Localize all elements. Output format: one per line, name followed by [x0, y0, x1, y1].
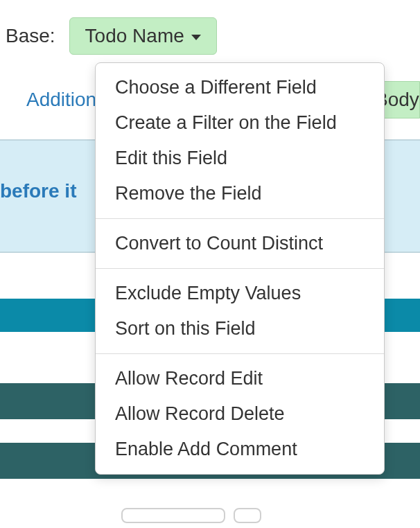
- menu-enable-add-comment[interactable]: Enable Add Comment: [96, 432, 384, 467]
- menu-group-values: Exclude Empty Values Sort on this Field: [96, 268, 384, 353]
- input-stub-2[interactable]: [234, 508, 261, 523]
- base-row: Base: Todo Name: [0, 0, 420, 69]
- field-context-menu: Choose a Different Field Create a Filter…: [95, 62, 385, 475]
- base-field-name: Todo Name: [85, 25, 184, 47]
- menu-group-record: Allow Record Edit Allow Record Delete En…: [96, 353, 384, 474]
- caret-down-icon: [191, 35, 201, 40]
- menu-exclude-empty[interactable]: Exclude Empty Values: [96, 276, 384, 311]
- menu-sort-field[interactable]: Sort on this Field: [96, 311, 384, 346]
- menu-convert-count-distinct[interactable]: Convert to Count Distinct: [96, 226, 384, 261]
- base-field-dropdown[interactable]: Todo Name: [69, 17, 217, 55]
- bottom-controls: [121, 508, 261, 523]
- menu-allow-record-edit[interactable]: Allow Record Edit: [96, 361, 384, 396]
- input-stub-1[interactable]: [121, 508, 225, 523]
- menu-group-convert: Convert to Count Distinct: [96, 218, 384, 268]
- before-it-text[interactable]: before it: [0, 180, 76, 202]
- base-label: Base:: [6, 25, 55, 47]
- menu-group-field: Choose a Different Field Create a Filter…: [96, 63, 384, 218]
- additional-link[interactable]: Addition: [26, 89, 96, 111]
- menu-remove-field[interactable]: Remove the Field: [96, 176, 384, 211]
- menu-create-filter[interactable]: Create a Filter on the Field: [96, 105, 384, 141]
- menu-allow-record-delete[interactable]: Allow Record Delete: [96, 396, 384, 432]
- menu-choose-different-field[interactable]: Choose a Different Field: [96, 70, 384, 105]
- menu-edit-field[interactable]: Edit this Field: [96, 141, 384, 176]
